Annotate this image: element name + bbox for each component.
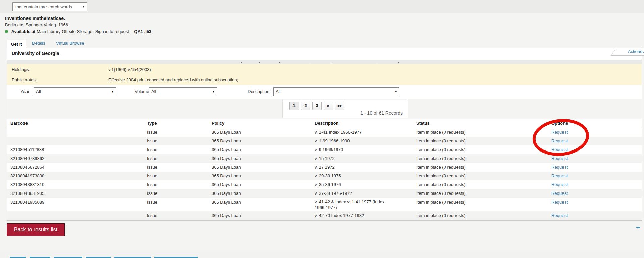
cell-barcode: 32108043631905 [10,189,44,198]
public-notes-row: Public notes: Effective 2004 print cance… [7,75,642,85]
available-dot-icon [5,30,8,33]
cell-policy: 365 Days Loan [212,211,241,220]
request-link[interactable]: Request [551,189,568,198]
cell-type: Issue [147,137,157,145]
cell-policy: 365 Days Loan [212,145,241,154]
availability-line: Available at Main Library Off-site Stora… [5,29,151,34]
cell-type: Issue [147,128,157,137]
column-header-status: Status [416,121,430,126]
edge-arrow-icon[interactable]: ⬅ [636,225,644,230]
getit-panel: University of Georgia Actions⌄ Holdings:… [7,48,642,221]
dropdown-arrow-icon: ▾ [112,88,113,96]
request-link[interactable]: Request [551,180,568,189]
record-imprint: Berlin etc. Springer-Verlag. 1966 [5,22,68,27]
pagination-box: 1 2 3 ▶ ▶▶ 1 - 10 of 61 Records [282,100,408,118]
request-link[interactable]: Request [551,145,568,154]
tab-virtual-browse[interactable]: Virtual Browse [56,41,84,46]
dropdown-arrow-icon: ▾ [395,88,397,96]
cell-status: Item in place (0 requests) [416,137,466,145]
table-row: 32108045112888Issue365 Days Loanv. 9 196… [7,145,642,154]
table-header: Barcode Type Policy Description Status O… [7,119,642,128]
availability-prefix: Available at [11,29,36,34]
table-row: 32108046672864Issue365 Days Loanv. 17 19… [7,163,642,172]
back-to-results-button[interactable]: Back to results list [7,223,65,236]
top-bar [0,0,644,13]
cell-desc: v. 35-36 1976 [315,180,395,189]
next-page-button[interactable]: ▶ [324,102,333,110]
cell-status: Item in place (0 requests) [416,172,466,180]
cell-status: Item in place (0 requests) [416,211,466,220]
search-scope-value: that contain my search words [15,4,72,9]
table-row: 32108041985089Issue365 Days Loanv. 41-42… [7,198,642,211]
column-header-description: Description [315,121,395,126]
call-number: QA1 .I53 [134,29,151,34]
items-rows: Issue365 Days Loanv. 1-41 Index 1966-197… [7,128,642,220]
tab-get-it[interactable]: Get It [7,40,26,48]
dropdown-arrow-icon: ▾ [213,88,214,96]
cell-type: Issue [147,180,157,189]
table-row: Issue365 Days Loanv. 1-41 Index 1966-197… [7,128,642,137]
column-header-policy: Policy [212,121,224,126]
cell-policy: 365 Days Loan [212,198,241,207]
request-link[interactable]: Request [551,211,568,220]
table-row: Issue365 Days Loanv. 42-70 Index 1977-19… [7,211,642,220]
page-button-2[interactable]: 2 [301,102,310,110]
footer-bar [0,251,644,258]
request-link[interactable]: Request [551,163,568,172]
cell-barcode: 32108040789862 [10,154,44,163]
column-header-options: Options [551,121,568,126]
availability-location: Main Library Off-site Storage--Sign in t… [37,29,129,34]
column-header-barcode: Barcode [10,121,28,126]
volume-filter-label: Volume [135,89,149,94]
cell-policy: 365 Days Loan [212,137,241,145]
cell-desc: v. 15 1972 [315,154,395,163]
volume-filter-value: All [151,89,156,94]
page-button-3[interactable]: 3 [312,102,322,110]
year-filter-select[interactable]: All ▾ [34,87,116,96]
cell-type: Issue [147,154,157,163]
cell-status: Item in place (0 requests) [416,189,466,198]
cell-desc: v. 17 1972 [315,163,395,172]
column-header-type: Type [147,121,157,126]
holdings-row: Holdings: v.1(1966)-v.154(2003) [7,64,642,75]
year-filter-value: All [36,89,41,94]
request-link[interactable]: Request [551,137,568,145]
cell-policy: 365 Days Loan [212,154,241,163]
cell-barcode: 32108041985089 [10,198,44,207]
request-link[interactable]: Request [551,172,568,180]
request-link[interactable]: Request [551,128,568,137]
cell-status: Item in place (0 requests) [416,198,466,207]
last-page-button[interactable]: ▶▶ [335,102,344,110]
actions-tab[interactable]: Actions⌄ [611,48,644,56]
cell-desc: v. 9 1969/1970 [315,145,395,154]
actions-link[interactable]: Actions [628,49,642,54]
table-row: 32108041973838Issue365 Days Loanv. 29-30… [7,172,642,180]
cell-status: Item in place (0 requests) [416,128,466,137]
footer-links-clipped[interactable] [10,257,198,258]
pagination-buttons: 1 2 3 ▶ ▶▶ [289,102,344,110]
cell-barcode: 32108046672864 [10,163,44,172]
cell-type: Issue [147,172,157,180]
cell-status: Item in place (0 requests) [416,180,466,189]
public-notes-value: Effective 2004 print canceled and replac… [108,77,238,82]
cell-type: Issue [147,198,157,207]
search-scope-dropdown[interactable]: that contain my search words ▾ [12,2,87,11]
cell-policy: 365 Days Loan [212,172,241,180]
description-filter-select[interactable]: All ▾ [273,87,399,96]
public-notes-label: Public notes: [12,77,37,82]
cell-desc: v. 1-41 Index 1966-1977 [315,128,395,137]
tab-details[interactable]: Details [32,41,45,46]
cell-barcode: 32108041973838 [10,172,44,180]
cell-barcode: 32108045112888 [10,145,44,154]
description-filter-label: Description [248,89,269,94]
cell-policy: 365 Days Loan [212,128,241,137]
year-filter-label: Year [20,89,29,94]
cell-barcode: 32108043831810 [10,180,44,189]
institution-name: University of Georgia [12,51,59,56]
cell-status: Item in place (0 requests) [416,154,466,163]
page-button-1[interactable]: 1 [289,102,299,110]
volume-filter-select[interactable]: All ▾ [149,87,217,96]
request-link[interactable]: Request [551,154,568,163]
request-link[interactable]: Request [551,198,568,207]
cell-type: Issue [147,189,157,198]
